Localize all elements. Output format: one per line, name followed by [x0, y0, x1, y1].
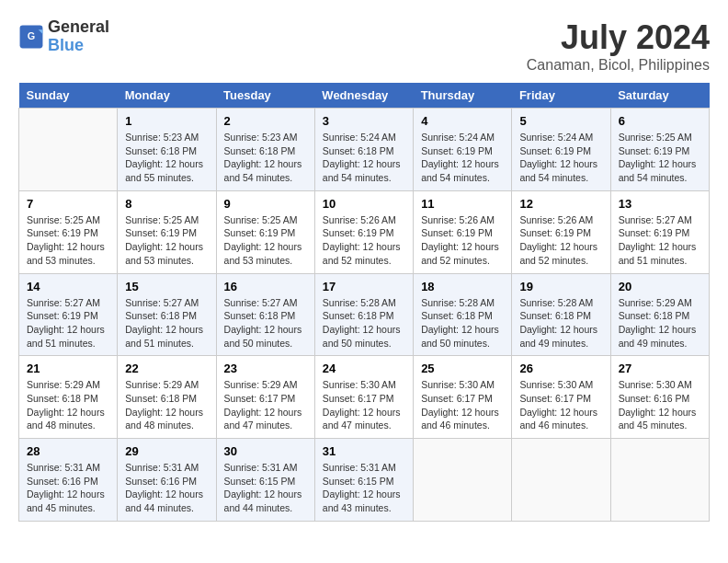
calendar-week-row: 7Sunrise: 5:25 AM Sunset: 6:19 PM Daylig… — [19, 190, 710, 273]
table-row: 27Sunrise: 5:30 AM Sunset: 6:16 PM Dayli… — [610, 356, 709, 439]
day-info: Sunrise: 5:29 AM Sunset: 6:18 PM Dayligh… — [27, 378, 109, 432]
day-info: Sunrise: 5:31 AM Sunset: 6:15 PM Dayligh… — [323, 461, 405, 515]
header-tuesday: Tuesday — [216, 83, 314, 109]
day-info: Sunrise: 5:30 AM Sunset: 6:17 PM Dayligh… — [421, 378, 504, 432]
day-number: 31 — [323, 444, 405, 458]
day-number: 28 — [27, 444, 109, 458]
day-number: 17 — [323, 280, 405, 293]
day-number: 8 — [125, 197, 208, 211]
table-row: 7Sunrise: 5:25 AM Sunset: 6:19 PM Daylig… — [19, 190, 118, 273]
day-info: Sunrise: 5:27 AM Sunset: 6:18 PM Dayligh… — [224, 296, 307, 350]
day-info: Sunrise: 5:30 AM Sunset: 6:16 PM Dayligh… — [619, 378, 701, 432]
day-number: 6 — [619, 114, 701, 128]
day-number: 22 — [125, 362, 208, 375]
day-number: 23 — [224, 362, 307, 375]
day-info: Sunrise: 5:27 AM Sunset: 6:19 PM Dayligh… — [619, 213, 701, 268]
header-sunday: Sunday — [19, 83, 118, 109]
calendar-table: Sunday Monday Tuesday Wednesday Thursday… — [18, 83, 710, 522]
table-row: 29Sunrise: 5:31 AM Sunset: 6:16 PM Dayli… — [118, 439, 216, 522]
day-number: 2 — [224, 114, 307, 128]
day-info: Sunrise: 5:30 AM Sunset: 6:17 PM Dayligh… — [519, 378, 602, 432]
logo: G General Blue — [18, 18, 109, 55]
table-row: 22Sunrise: 5:29 AM Sunset: 6:18 PM Dayli… — [118, 356, 216, 439]
day-number: 25 — [421, 362, 504, 375]
calendar-subtitle: Canaman, Bicol, Philippines — [527, 57, 710, 74]
table-row: 26Sunrise: 5:30 AM Sunset: 6:17 PM Dayli… — [512, 356, 610, 439]
calendar-week-row: 14Sunrise: 5:27 AM Sunset: 6:19 PM Dayli… — [19, 273, 710, 356]
table-row: 3Sunrise: 5:24 AM Sunset: 6:18 PM Daylig… — [314, 109, 413, 191]
day-number: 26 — [519, 362, 602, 375]
page-header: G General Blue July 2024 Canaman, Bicol,… — [18, 18, 710, 74]
table-row: 15Sunrise: 5:27 AM Sunset: 6:18 PM Dayli… — [118, 273, 216, 356]
header-saturday: Saturday — [610, 83, 709, 109]
table-row: 6Sunrise: 5:25 AM Sunset: 6:19 PM Daylig… — [610, 109, 709, 191]
day-number: 15 — [125, 280, 208, 293]
day-number: 29 — [125, 444, 208, 458]
table-row: 13Sunrise: 5:27 AM Sunset: 6:19 PM Dayli… — [610, 190, 709, 273]
day-info: Sunrise: 5:25 AM Sunset: 6:19 PM Dayligh… — [619, 131, 701, 185]
day-info: Sunrise: 5:28 AM Sunset: 6:18 PM Dayligh… — [323, 296, 405, 350]
day-info: Sunrise: 5:29 AM Sunset: 6:17 PM Dayligh… — [224, 378, 307, 432]
calendar-week-row: 21Sunrise: 5:29 AM Sunset: 6:18 PM Dayli… — [19, 356, 710, 439]
table-row: 2Sunrise: 5:23 AM Sunset: 6:18 PM Daylig… — [216, 109, 314, 191]
table-row: 11Sunrise: 5:26 AM Sunset: 6:19 PM Dayli… — [414, 190, 512, 273]
table-row: 16Sunrise: 5:27 AM Sunset: 6:18 PM Dayli… — [216, 273, 314, 356]
day-info: Sunrise: 5:26 AM Sunset: 6:19 PM Dayligh… — [519, 213, 602, 268]
header-monday: Monday — [118, 83, 216, 109]
day-number: 14 — [27, 280, 109, 293]
day-info: Sunrise: 5:25 AM Sunset: 6:19 PM Dayligh… — [224, 213, 307, 268]
table-row: 25Sunrise: 5:30 AM Sunset: 6:17 PM Dayli… — [414, 356, 512, 439]
logo-icon: G — [18, 24, 44, 50]
day-info: Sunrise: 5:26 AM Sunset: 6:19 PM Dayligh… — [323, 213, 405, 268]
table-row — [610, 439, 709, 522]
calendar-week-row: 1Sunrise: 5:23 AM Sunset: 6:18 PM Daylig… — [19, 109, 710, 191]
day-info: Sunrise: 5:24 AM Sunset: 6:18 PM Dayligh… — [323, 131, 405, 185]
day-number: 1 — [125, 114, 208, 128]
day-number: 9 — [224, 197, 307, 211]
header-row: Sunday Monday Tuesday Wednesday Thursday… — [19, 83, 710, 109]
day-number: 3 — [323, 114, 405, 128]
day-number: 4 — [421, 114, 504, 128]
table-row: 28Sunrise: 5:31 AM Sunset: 6:16 PM Dayli… — [19, 439, 118, 522]
day-number: 12 — [519, 197, 602, 211]
table-row: 17Sunrise: 5:28 AM Sunset: 6:18 PM Dayli… — [314, 273, 413, 356]
day-number: 7 — [27, 197, 109, 211]
table-row: 8Sunrise: 5:25 AM Sunset: 6:19 PM Daylig… — [118, 190, 216, 273]
day-info: Sunrise: 5:23 AM Sunset: 6:18 PM Dayligh… — [125, 131, 208, 185]
day-number: 16 — [224, 280, 307, 293]
table-row: 1Sunrise: 5:23 AM Sunset: 6:18 PM Daylig… — [118, 109, 216, 191]
day-info: Sunrise: 5:29 AM Sunset: 6:18 PM Dayligh… — [619, 296, 701, 350]
table-row — [19, 109, 118, 191]
day-info: Sunrise: 5:25 AM Sunset: 6:19 PM Dayligh… — [125, 213, 208, 268]
day-number: 27 — [619, 362, 701, 375]
table-row — [512, 439, 610, 522]
day-number: 18 — [421, 280, 504, 293]
table-row — [414, 439, 512, 522]
day-number: 10 — [323, 197, 405, 211]
table-row: 4Sunrise: 5:24 AM Sunset: 6:19 PM Daylig… — [414, 109, 512, 191]
day-number: 19 — [519, 280, 602, 293]
day-info: Sunrise: 5:31 AM Sunset: 6:15 PM Dayligh… — [224, 461, 307, 515]
day-info: Sunrise: 5:31 AM Sunset: 6:16 PM Dayligh… — [125, 461, 208, 515]
table-row: 24Sunrise: 5:30 AM Sunset: 6:17 PM Dayli… — [314, 356, 413, 439]
table-row: 9Sunrise: 5:25 AM Sunset: 6:19 PM Daylig… — [216, 190, 314, 273]
table-row: 23Sunrise: 5:29 AM Sunset: 6:17 PM Dayli… — [216, 356, 314, 439]
table-row: 10Sunrise: 5:26 AM Sunset: 6:19 PM Dayli… — [314, 190, 413, 273]
table-row: 18Sunrise: 5:28 AM Sunset: 6:18 PM Dayli… — [414, 273, 512, 356]
day-info: Sunrise: 5:27 AM Sunset: 6:18 PM Dayligh… — [125, 296, 208, 350]
calendar-title: July 2024 — [527, 18, 710, 57]
day-info: Sunrise: 5:23 AM Sunset: 6:18 PM Dayligh… — [224, 131, 307, 185]
title-area: July 2024 Canaman, Bicol, Philippines — [527, 18, 710, 74]
day-info: Sunrise: 5:28 AM Sunset: 6:18 PM Dayligh… — [519, 296, 602, 350]
day-info: Sunrise: 5:28 AM Sunset: 6:18 PM Dayligh… — [421, 296, 504, 350]
day-number: 21 — [27, 362, 109, 375]
day-number: 30 — [224, 444, 307, 458]
day-info: Sunrise: 5:29 AM Sunset: 6:18 PM Dayligh… — [125, 378, 208, 432]
day-info: Sunrise: 5:27 AM Sunset: 6:19 PM Dayligh… — [27, 296, 109, 350]
day-info: Sunrise: 5:30 AM Sunset: 6:17 PM Dayligh… — [323, 378, 405, 432]
day-number: 13 — [619, 197, 701, 211]
table-row: 5Sunrise: 5:24 AM Sunset: 6:19 PM Daylig… — [512, 109, 610, 191]
table-row: 14Sunrise: 5:27 AM Sunset: 6:19 PM Dayli… — [19, 273, 118, 356]
day-info: Sunrise: 5:24 AM Sunset: 6:19 PM Dayligh… — [519, 131, 602, 185]
table-row: 31Sunrise: 5:31 AM Sunset: 6:15 PM Dayli… — [314, 439, 413, 522]
